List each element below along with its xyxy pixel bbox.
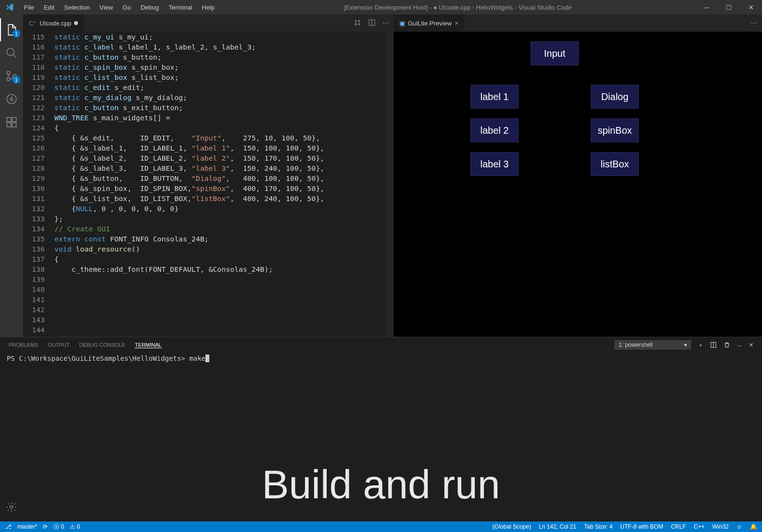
editor-right: ▣ GuiLite Preview × ··· Inputlabel 1labe… <box>394 14 762 337</box>
feedback-icon[interactable]: ☺ <box>737 523 742 530</box>
code-content[interactable]: static c_my_ui s_my_ui;static c_label s_… <box>54 32 394 337</box>
widget-input[interactable]: Input <box>531 41 579 65</box>
menu-file[interactable]: File <box>19 4 39 11</box>
status-tabsize[interactable]: Tab Size: 4 <box>584 523 612 530</box>
status-os[interactable]: Win32 <box>712 523 729 530</box>
notifications-icon[interactable]: 🔔 <box>750 523 757 530</box>
overlay-caption: Build and run <box>0 461 762 508</box>
svg-point-1 <box>7 71 10 75</box>
terminal-input: make <box>189 355 205 362</box>
minimize-button[interactable]: ─ <box>696 0 718 14</box>
svg-point-11 <box>10 506 13 508</box>
split-editor-icon[interactable] <box>368 19 376 27</box>
svg-point-2 <box>7 77 10 81</box>
editor-left: C⁺ UIcode.cpp ··· 1151161171181191201211… <box>23 14 394 337</box>
panel-tab-terminal[interactable]: TERMINAL <box>135 342 162 348</box>
menu-view[interactable]: View <box>95 4 118 11</box>
svg-point-0 <box>7 48 14 55</box>
menu-bar: FileEditSelectionViewGoDebugTerminalHelp <box>19 4 219 11</box>
panel-tab-output[interactable]: OUTPUT <box>48 342 69 348</box>
kill-terminal-icon[interactable] <box>724 342 730 348</box>
status-eol[interactable]: CRLF <box>671 523 686 530</box>
menu-debug[interactable]: Debug <box>136 4 164 11</box>
close-panel-icon[interactable]: ✕ <box>749 342 753 348</box>
tab-preview[interactable]: ▣ GuiLite Preview × <box>394 14 464 32</box>
status-pos[interactable]: Ln 142, Col 21 <box>539 523 576 530</box>
status-warnings[interactable]: ⚠ 0 <box>70 523 80 530</box>
terminal-selector-label: 1: powershell <box>619 342 653 348</box>
status-branch[interactable]: master* <box>17 523 37 530</box>
minimap[interactable] <box>387 32 394 337</box>
menu-terminal[interactable]: Terminal <box>164 4 197 11</box>
svg-rect-7 <box>12 123 16 127</box>
widget-label-1[interactable]: label 1 <box>470 85 519 109</box>
menu-go[interactable]: Go <box>118 4 136 11</box>
scm-badge: 1 <box>13 76 20 84</box>
activity-bar: 1 1 <box>0 14 23 337</box>
tab-uicode[interactable]: C⁺ UIcode.cpp <box>23 14 84 32</box>
compare-icon[interactable] <box>354 19 361 27</box>
terminal-cursor <box>205 355 209 362</box>
terminal-prompt: PS C:\Workspace\GuiLiteSamples\HelloWidg… <box>7 355 189 362</box>
menu-selection[interactable]: Selection <box>59 4 94 11</box>
close-button[interactable]: ✕ <box>740 0 762 14</box>
menu-help[interactable]: Help <box>197 4 220 11</box>
widget-label-2[interactable]: label 2 <box>470 118 519 142</box>
search-icon[interactable] <box>0 41 23 64</box>
settings-gear-icon[interactable] <box>0 495 23 519</box>
branch-icon[interactable]: ⎇ <box>5 523 12 530</box>
cpp-file-icon: C⁺ <box>29 20 37 27</box>
code-editor[interactable]: 1151161171181191201211221231241251261271… <box>23 32 394 337</box>
new-terminal-icon[interactable]: ＋ <box>698 342 703 349</box>
maximize-panel-icon[interactable]: ︿ <box>737 342 742 349</box>
status-scope[interactable]: (Global Scope) <box>493 523 531 530</box>
line-gutter: 1151161171181191201211221231241251261271… <box>23 32 54 337</box>
dirty-indicator-icon <box>74 21 78 25</box>
more-icon[interactable]: ··· <box>382 19 389 27</box>
panel-actions: 1: powershell▾ ＋ ︿ ✕ <box>614 340 753 350</box>
panel-tab-problems[interactable]: PROBLEMS <box>9 342 38 348</box>
more-icon[interactable]: ··· <box>751 19 757 27</box>
editor-tabs: C⁺ UIcode.cpp ··· <box>23 14 394 32</box>
extensions-icon[interactable] <box>0 111 23 134</box>
scm-icon[interactable]: 1 <box>0 64 23 88</box>
preview-tabs: ▣ GuiLite Preview × ··· <box>394 14 762 32</box>
split-terminal-icon[interactable] <box>710 342 717 348</box>
window-controls: ─ ☐ ✕ <box>696 0 762 14</box>
widget-listbox[interactable]: listBox <box>591 152 639 176</box>
status-bar: ⎇ master* ⟳ ⓧ 0 ⚠ 0 (Global Scope) Ln 14… <box>0 521 762 532</box>
panel-tab-debug-console[interactable]: DEBUG CONSOLE <box>79 342 125 348</box>
svg-rect-5 <box>7 117 11 122</box>
tab-label: UIcode.cpp <box>39 20 71 27</box>
widget-spinbox[interactable]: spinBox <box>591 118 639 142</box>
debug-icon[interactable] <box>0 88 23 111</box>
widget-dialog[interactable]: Dialog <box>591 85 639 109</box>
svg-rect-6 <box>7 123 11 127</box>
vscode-logo-icon <box>0 3 19 12</box>
tab-close-icon[interactable]: × <box>455 19 458 27</box>
guilite-preview[interactable]: Inputlabel 1label 2label 3DialogspinBoxl… <box>394 32 762 337</box>
sync-icon[interactable]: ⟳ <box>43 523 48 530</box>
terminal-selector[interactable]: 1: powershell▾ <box>614 340 691 350</box>
titlebar: FileEditSelectionViewGoDebugTerminalHelp… <box>0 0 762 14</box>
tab-label: GuiLite Preview <box>408 20 452 27</box>
explorer-icon[interactable]: 1 <box>0 18 23 41</box>
menu-edit[interactable]: Edit <box>39 4 59 11</box>
window-title: [Extension Development Host] - ● UIcode.… <box>219 4 696 11</box>
explorer-badge: 1 <box>13 30 20 38</box>
maximize-button[interactable]: ☐ <box>718 0 740 14</box>
panel-tabs: PROBLEMSOUTPUTDEBUG CONSOLETERMINAL 1: p… <box>0 337 762 353</box>
status-encoding[interactable]: UTF-8 with BOM <box>620 523 663 530</box>
status-lang[interactable]: C++ <box>694 523 705 530</box>
svg-rect-8 <box>12 117 16 122</box>
status-errors[interactable]: ⓧ 0 <box>53 523 64 531</box>
preview-icon: ▣ <box>399 20 405 27</box>
widget-label-3[interactable]: label 3 <box>470 152 519 176</box>
